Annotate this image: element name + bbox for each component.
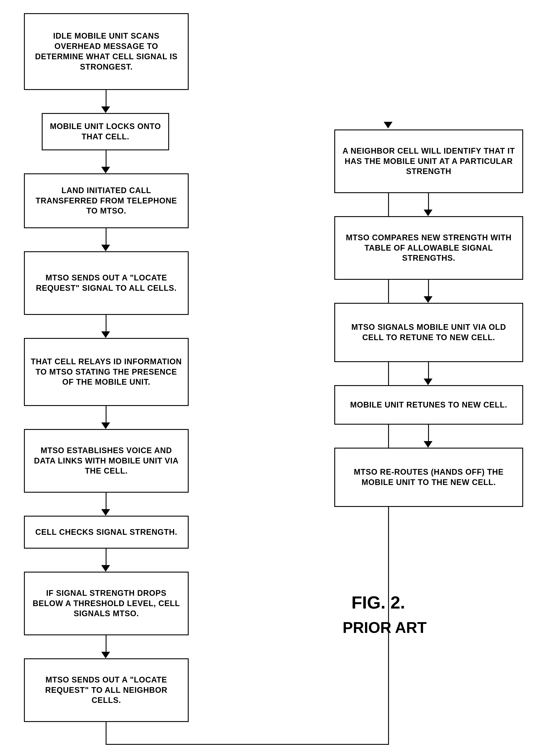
left-box-3: LAND INITIATED CALL TRANSFERRED FROM TEL…	[24, 173, 189, 228]
arrow-line-4	[106, 315, 106, 332]
arrow-6	[101, 509, 110, 516]
left-box-5: THAT CELL RELAYS ID INFORMATION TO MTSO …	[24, 338, 189, 406]
right-box-3: MTSO SIGNALS MOBILE UNIT VIA OLD CELL TO…	[334, 303, 523, 362]
arrow-line-2	[106, 150, 106, 168]
arrow-line-5	[106, 406, 106, 424]
arrow-line-r1	[428, 193, 429, 211]
arrow-line-3	[106, 228, 106, 246]
arrow-9	[384, 122, 393, 128]
left-box-1: IDLE MOBILE UNIT SCANS OVERHEAD MESSAGE …	[24, 13, 189, 90]
arrow-7	[101, 565, 110, 572]
arrow-line-1	[106, 90, 106, 108]
arrow-3	[101, 245, 110, 251]
arrow-1	[101, 106, 110, 113]
arrow-r4	[424, 441, 433, 448]
right-box-1: A NEIGHBOR CELL WILL IDENTIFY THAT IT HA…	[334, 129, 523, 193]
left-box-6: MTSO ESTABLISHES VOICE AND DATA LINKS WI…	[24, 429, 189, 493]
arrow-line-9h	[106, 744, 389, 745]
arrow-line-r2	[428, 280, 429, 297]
arrow-r3	[424, 379, 433, 385]
right-box-5: MTSO RE-ROUTES (HANDS OFF) THE MOBILE UN…	[334, 448, 523, 507]
left-box-9: MTSO SENDS OUT A "LOCATE REQUEST" TO ALL…	[24, 658, 189, 722]
arrow-8	[101, 652, 110, 658]
arrow-r2	[424, 296, 433, 303]
arrow-line-r3	[428, 362, 429, 380]
left-box-2: MOBILE UNIT LOCKS ONTO THAT CELL.	[42, 113, 169, 150]
left-box-7: CELL CHECKS SIGNAL STRENGTH.	[24, 516, 189, 549]
left-box-4: MTSO SENDS OUT A "LOCATE REQUEST" SIGNAL…	[24, 251, 189, 315]
arrow-line-7	[106, 549, 106, 566]
arrow-line-6	[106, 493, 106, 510]
arrow-r1	[424, 210, 433, 216]
left-box-8: IF SIGNAL STRENGTH DROPS BELOW A THRESHO…	[24, 572, 189, 635]
arrow-2	[101, 167, 110, 173]
diagram-container: IDLE MOBILE UNIT SCANS OVERHEAD MESSAGE …	[0, 0, 546, 756]
arrow-line-9v	[106, 722, 106, 744]
figure-subtitle: PRIOR ART	[343, 619, 427, 636]
arrow-line-r4	[428, 425, 429, 442]
arrow-5	[101, 422, 110, 429]
figure-title: FIG. 2.	[352, 593, 405, 613]
arrow-4	[101, 331, 110, 338]
right-box-2: MTSO COMPARES NEW STRENGTH WITH TABLE OF…	[334, 216, 523, 280]
arrow-line-8	[106, 635, 106, 653]
right-box-4: MOBILE UNIT RETUNES TO NEW CELL.	[334, 385, 523, 425]
